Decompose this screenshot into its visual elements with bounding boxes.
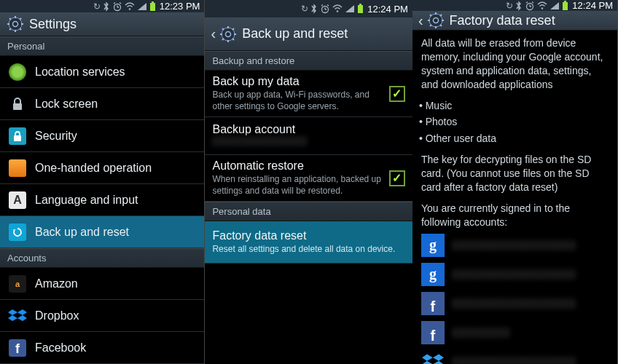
dropbox-icon xyxy=(7,306,28,326)
section-personal-data-header: Personal data xyxy=(205,202,412,221)
checkbox-checked-icon[interactable]: ✓ xyxy=(389,170,405,186)
language-input-icon: A xyxy=(7,190,28,210)
status-bar: ↻ 12:23 PM xyxy=(0,0,204,12)
row-lock-screen[interactable]: Lock screen xyxy=(0,88,204,120)
svg-line-23 xyxy=(321,5,323,7)
title-bar: Settings xyxy=(0,12,204,36)
redacted-value xyxy=(452,298,576,309)
chevron-left-icon[interactable]: ‹ xyxy=(418,12,423,29)
section-backup-restore-header: Backup and restore xyxy=(205,51,412,71)
bluetooth-icon xyxy=(103,1,110,12)
alarm-icon xyxy=(525,1,535,11)
row-label: Facebook xyxy=(35,341,86,355)
svg-point-43 xyxy=(541,7,544,9)
redacted-value xyxy=(452,357,576,364)
svg-rect-7 xyxy=(152,1,154,3)
row-title: Automatic restore xyxy=(212,159,381,173)
svg-point-5 xyxy=(128,8,130,10)
row-one-handed[interactable]: One-handed operation xyxy=(0,152,204,184)
chevron-left-icon[interactable]: ‹ xyxy=(211,25,216,42)
svg-line-55 xyxy=(430,25,431,26)
svg-point-25 xyxy=(337,10,339,12)
svg-rect-27 xyxy=(359,4,361,5)
clock: 12:24 PM xyxy=(367,4,408,15)
row-account-amazon[interactable]: a Amazon xyxy=(0,268,204,300)
svg-rect-19 xyxy=(14,135,21,141)
signal-icon xyxy=(137,2,147,11)
sync-icon: ↻ xyxy=(93,1,101,12)
svg-line-34 xyxy=(222,28,224,30)
wifi-icon xyxy=(537,1,547,10)
svg-line-4 xyxy=(120,2,121,4)
facebook-icon: f xyxy=(421,292,445,315)
row-backup-my-data[interactable]: Back up my data Back up app data, Wi-Fi … xyxy=(205,71,412,117)
row-automatic-restore[interactable]: Automatic restore When reinstalling an a… xyxy=(205,155,412,202)
bullet-photos: • Photos xyxy=(412,114,617,130)
row-location-services[interactable]: Location services xyxy=(0,56,204,88)
row-title: Factory data reset xyxy=(212,229,404,242)
svg-point-29 xyxy=(226,31,231,36)
signal-icon xyxy=(549,1,560,10)
svg-line-17 xyxy=(9,28,11,30)
signal-icon xyxy=(345,4,355,13)
bullet-other: • Other user data xyxy=(412,130,617,147)
row-backup-account[interactable]: Backup account xyxy=(205,117,412,155)
redacted-value xyxy=(452,328,510,338)
bluetooth-icon xyxy=(515,1,523,11)
row-account-dropbox[interactable]: Dropbox xyxy=(0,300,204,332)
screen-backup-reset: ↻ 12:24 PM ‹ Back up and reset Backup an… xyxy=(205,0,412,364)
row-subtitle: Back up app data, Wi-Fi passwords, and o… xyxy=(212,90,381,112)
page-title: Factory data reset xyxy=(450,13,555,28)
checkbox-checked-icon[interactable]: ✓ xyxy=(389,86,405,102)
screen-settings: ↻ 12:23 PM Settings Personal Location se… xyxy=(0,0,205,364)
row-language-input[interactable]: A Language and input xyxy=(0,184,204,216)
warning-paragraph-2: The key for decrypting files on the SD c… xyxy=(412,147,617,196)
clock: 12:24 PM xyxy=(572,0,613,11)
svg-line-14 xyxy=(9,18,11,20)
svg-line-37 xyxy=(222,39,224,40)
row-account-facebook[interactable]: f Facebook xyxy=(0,332,204,364)
wifi-icon xyxy=(332,4,343,13)
settings-gear-icon xyxy=(426,11,445,30)
google-icon: g xyxy=(421,234,445,257)
title-bar[interactable]: ‹ Factory data reset xyxy=(412,11,617,31)
row-title: Back up my data xyxy=(212,75,381,88)
account-google-2: g xyxy=(412,260,617,289)
section-personal-header: Personal xyxy=(0,36,204,56)
row-title: Backup account xyxy=(212,123,404,136)
row-label: Amazon xyxy=(35,277,78,290)
amazon-icon: a xyxy=(7,274,28,294)
svg-line-16 xyxy=(20,18,21,20)
svg-point-47 xyxy=(433,18,438,23)
section-accounts-header: Accounts xyxy=(0,248,204,268)
settings-gear-icon xyxy=(6,15,25,33)
row-subtitle: Reset all settings and delete all data o… xyxy=(212,244,404,256)
row-backup-reset[interactable]: Back up and reset xyxy=(0,216,204,248)
page-title: Back up and reset xyxy=(242,26,348,41)
sync-icon: ↻ xyxy=(301,4,308,14)
svg-rect-26 xyxy=(358,5,363,13)
row-label: One-handed operation xyxy=(35,162,152,175)
svg-line-42 xyxy=(532,1,533,3)
row-security[interactable]: Security xyxy=(0,120,204,152)
svg-rect-18 xyxy=(13,103,22,110)
warning-paragraph-1: All data will be erased from device memo… xyxy=(412,31,617,93)
dropbox-icon xyxy=(421,350,445,364)
battery-icon xyxy=(357,4,364,14)
account-facebook-2: f xyxy=(412,318,617,347)
one-handed-icon xyxy=(7,158,28,178)
svg-line-41 xyxy=(526,1,528,3)
svg-rect-44 xyxy=(563,2,568,10)
account-dropbox xyxy=(412,347,617,364)
clock: 12:23 PM xyxy=(160,1,200,12)
row-label: Language and input xyxy=(35,194,138,207)
account-facebook-1: f xyxy=(412,289,617,318)
backup-reset-icon xyxy=(7,222,28,242)
bullet-music: • Music xyxy=(412,93,617,114)
row-factory-data-reset[interactable]: Factory data reset Reset all settings an… xyxy=(205,221,412,264)
row-label: Lock screen xyxy=(35,98,98,111)
facebook-icon: f xyxy=(7,338,28,358)
warning-paragraph-3: You are currently signed in to the follo… xyxy=(412,196,617,231)
title-bar[interactable]: ‹ Back up and reset xyxy=(205,17,412,51)
redacted-value xyxy=(452,269,576,280)
